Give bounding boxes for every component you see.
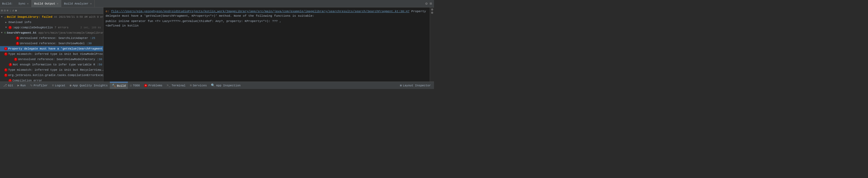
settings-gear-icon[interactable]: ⚙ <box>425 1 427 6</box>
compilation-error[interactable]: ▶ ! Compilation error <box>0 78 103 81</box>
git-label: Git <box>8 84 13 87</box>
root-arrow: ▼ <box>1 15 4 18</box>
error-7[interactable]: ▶ ! Type mismatch: inferred type is Unit… <box>0 67 103 73</box>
services-label: Services <box>193 84 207 87</box>
e1-icon: ! <box>16 37 19 40</box>
bottom-build[interactable]: 🔨 Build <box>110 82 128 89</box>
fragment-text: SearchFragment.kt app/src/main/java/com/… <box>7 31 103 34</box>
tree-root[interactable]: ▼ ⚠ Build ImageLibrary: failed At 2023/0… <box>0 14 103 20</box>
app-inspection-icon: 🔍 <box>211 83 215 87</box>
error-detail-line2: public inline operator fun <T> Lazy<????… <box>105 19 428 23</box>
e5-icon: ! <box>14 58 17 61</box>
ce-icon: ! <box>8 79 12 81</box>
expand-all-icon[interactable]: ⊞ <box>1 9 3 12</box>
main-content: ⊞ ⊟ ⊕ ↓ ↺ ◼ ▼ ⚠ Build ImageLibrary: fail… <box>0 7 434 81</box>
gradle-text: org.jetbrains.kotlin.gradle.tasks.Compil… <box>8 74 103 77</box>
run-icon: ▶ <box>18 83 19 87</box>
compile-error-icon: ! <box>8 26 12 29</box>
collapse-all-icon[interactable]: ⊟ <box>4 9 6 12</box>
todo-icon: ☑ <box>130 83 132 87</box>
left-panel: ⊞ ⊟ ⊕ ↓ ↺ ◼ ▼ ⚠ Build ImageLibrary: fail… <box>0 7 103 81</box>
tab-build-analyzer[interactable]: Build Analyzer ✕ <box>61 0 94 7</box>
logcat-label: Logcat <box>55 84 65 87</box>
app-quality-icon: ◉ <box>69 83 71 87</box>
tab-build-output[interactable]: Build Output ✕ <box>32 0 61 7</box>
e7-text: Type mismatch: inferred type is Unit but… <box>8 68 103 72</box>
download-text: Download info <box>8 21 31 24</box>
build-label: Build: <box>1 2 14 5</box>
bottom-app-inspection[interactable]: 🔍 App Inspection <box>209 82 243 89</box>
app-quality-label: App Quality Insights <box>73 84 108 87</box>
tab-build-output-close[interactable]: ✕ <box>57 2 58 5</box>
tab-sync-label: Sync <box>19 2 26 5</box>
file-link[interactable]: file:///Users/gim-yeonghyeon/AndroidStud… <box>111 9 410 13</box>
logcat-icon: ≡ <box>52 84 54 87</box>
e4-icon: ! <box>4 52 7 56</box>
error-4[interactable]: ▶ ! Type mismatch: inferred type is Unit… <box>0 51 103 57</box>
tab-build-output-label: Build Output <box>34 2 55 5</box>
tab-settings-area: ⚙ ⊞ <box>425 1 434 6</box>
layout-icon[interactable]: ⊞ <box>430 1 432 6</box>
ce-text: Compilation error <box>12 79 42 81</box>
git-icon: ⎇ <box>3 83 7 87</box>
tab-bar: Build: Sync ✕ Build Output ✕ Build Analy… <box>0 0 434 7</box>
todo-label: TODO <box>133 84 140 87</box>
e5-text: Unresolved reference: SearchViewModelFac… <box>18 58 102 61</box>
tab-sync-close[interactable]: ✕ <box>27 2 29 5</box>
tab-sync[interactable]: Sync ✕ <box>16 0 32 7</box>
gradle-icon: ! <box>4 74 7 77</box>
build-icon: 🔨 <box>112 84 116 88</box>
download-arrow: ▶ <box>5 21 8 24</box>
bottom-todo[interactable]: ☑ TODO <box>128 82 142 89</box>
app-inspection-label: App Inspection <box>216 84 240 87</box>
error-5[interactable]: ▶ ! Unresolved reference: SearchViewMode… <box>0 57 103 62</box>
compile-text: :app:compileDebugKotlin 7 errors <box>12 26 68 29</box>
error-detail-line3: <defined in kotlin <box>105 23 428 28</box>
error-6[interactable]: ▶ ! Not enough information to infer type… <box>0 62 103 67</box>
kotlin-file-icon: K <box>4 31 6 34</box>
bottom-profiler[interactable]: ∿ Profiler <box>28 82 50 89</box>
layout-inspector-button[interactable]: ⊞ Layout Inspector <box>398 82 433 89</box>
compile-task[interactable]: ▼ ! :app:compileDebugKotlin 7 errors 2 s… <box>0 25 103 30</box>
gutter-dot-2 <box>431 12 433 14</box>
bottom-bar: ⎇ Git ▶ Run ∿ Profiler ≡ Logcat ◉ App Qu… <box>0 81 434 89</box>
search-fragment-file[interactable]: ▼ K SearchFragment.kt app/src/main/java/… <box>0 30 103 35</box>
root-text: Build ImageLibrary: failed At 2023/09/21… <box>7 15 103 19</box>
root-warn-icon: ⚠ <box>4 15 6 19</box>
download-info[interactable]: ▶ Download info <box>0 20 103 25</box>
filter-icon[interactable]: ⊕ <box>7 9 8 12</box>
bottom-services[interactable]: ≋ Services <box>188 82 209 89</box>
right-gutter <box>430 7 434 81</box>
error-3-selected[interactable]: ▶ ! Property delegate must have a 'getVa… <box>0 46 103 51</box>
build-btn-label: Build <box>117 84 126 87</box>
bottom-logcat[interactable]: ≡ Logcat <box>50 82 68 89</box>
stop-icon[interactable]: ◼ <box>15 9 17 12</box>
error-2[interactable]: ▶ ! Unresolved reference: SearchViewMode… <box>0 41 103 46</box>
restart-icon[interactable]: ↺ <box>12 9 14 12</box>
e2-text: Unresolved reference: SearchViewModel :3… <box>20 42 92 45</box>
bottom-app-quality[interactable]: ◉ App Quality Insights <box>67 82 110 89</box>
bottom-terminal[interactable]: >_ Terminal <box>164 82 188 89</box>
error-1[interactable]: ▶ ! Unresolved reference: SearchListAdap… <box>0 35 103 41</box>
error-detail-line1: e: file:///Users/gim-yeonghyeon/AndroidS… <box>105 9 428 18</box>
download-icon[interactable]: ↓ <box>9 9 11 12</box>
bottom-problems[interactable]: ⊗ Problems <box>142 82 164 89</box>
gradle-error[interactable]: ▶ ! org.jetbrains.kotlin.gradle.tasks.Co… <box>0 73 103 78</box>
terminal-icon: >_ <box>166 84 170 87</box>
profiler-icon: ∿ <box>30 83 33 87</box>
e2-icon: ! <box>16 42 19 45</box>
problems-label: Problems <box>148 84 162 87</box>
e4-text: Type mismatch: inferred type is Unit but… <box>8 52 103 56</box>
e7-icon: ! <box>4 68 7 72</box>
problems-badge: ⊗ <box>144 84 147 87</box>
e6-icon: ! <box>9 63 12 66</box>
e1-text: Unresolved reference: SearchListAdapter … <box>20 37 95 40</box>
e6-text: Not enough information to infer type var… <box>13 63 102 66</box>
profiler-label: Profiler <box>34 84 48 87</box>
run-label: Run <box>21 84 26 87</box>
compile-arrow: ▼ <box>5 26 8 29</box>
bottom-run[interactable]: ▶ Run <box>16 82 28 89</box>
tab-build-analyzer-close[interactable]: ✕ <box>90 2 92 5</box>
gutter-dot-1 <box>431 8 433 10</box>
bottom-git[interactable]: ⎇ Git <box>1 82 16 89</box>
